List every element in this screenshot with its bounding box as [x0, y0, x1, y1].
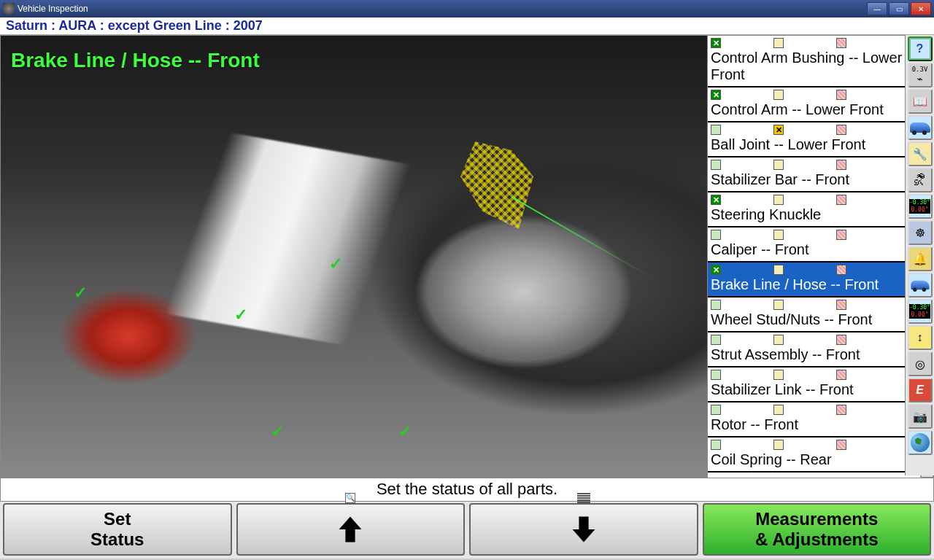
status-green-box[interactable] — [711, 335, 721, 345]
status-yellow-box[interactable] — [773, 195, 784, 205]
target-button[interactable]: ◎ — [908, 351, 933, 376]
status-red-box[interactable] — [836, 405, 846, 415]
part-row[interactable]: Brake Line / Hose -- Front — [708, 262, 920, 298]
status-green-box[interactable] — [711, 265, 721, 275]
status-box-row — [711, 89, 917, 101]
button-bar: Set Status 🔍 Measurements & Adjustments — [0, 502, 934, 559]
arrow-up-icon — [334, 513, 366, 545]
part-row[interactable]: Control Arm -- Lower Front — [708, 88, 920, 122]
status-red-box[interactable] — [836, 335, 846, 345]
set-status-label-2: Status — [90, 529, 144, 550]
part-row[interactable]: Control Arm Bushing -- Lower Front — [708, 36, 920, 88]
measurements-button[interactable]: Measurements & Adjustments — [703, 503, 932, 556]
voltage-indicator[interactable]: 0.3V⌁ — [908, 63, 933, 88]
status-yellow-box[interactable] — [773, 405, 784, 415]
status-green-box[interactable] — [711, 405, 721, 415]
status-box-row — [711, 299, 917, 311]
vehicle-select-button[interactable] — [908, 115, 933, 140]
status-yellow-box[interactable] — [773, 370, 784, 380]
next-button[interactable] — [469, 503, 698, 556]
status-red-box[interactable] — [836, 160, 846, 170]
part-row[interactable]: Wheel Stud/Nuts -- Front — [708, 298, 920, 332]
part-label: Coil Spring -- Rear — [711, 451, 917, 468]
window-title: Vehicle Inspection — [18, 4, 867, 14]
close-button[interactable]: ✕ — [911, 2, 931, 15]
status-yellow-box[interactable] — [773, 300, 784, 310]
part-label: Caliper -- Front — [711, 241, 917, 258]
status-box-row: 📹 — [711, 124, 917, 136]
status-green-box[interactable] — [711, 230, 721, 240]
status-green-box[interactable] — [711, 370, 721, 380]
seatbelt-button[interactable]: ⛐ — [908, 168, 933, 192]
part-label: Ball Joint -- Lower Front — [711, 136, 917, 153]
status-red-box[interactable] — [836, 370, 846, 380]
check-mark-icon: ✓ — [74, 284, 87, 303]
status-yellow-box[interactable] — [773, 160, 784, 170]
part-label: Rotor -- Front — [711, 416, 917, 433]
camera-button[interactable]: 📷 — [908, 404, 933, 429]
part-row[interactable]: Coil Spring -- Rear — [708, 438, 920, 472]
status-red-box[interactable] — [836, 90, 846, 100]
minimize-button[interactable]: — — [867, 2, 887, 15]
check-mark-icon: ✓ — [329, 254, 342, 273]
part-row[interactable]: 📹Ball Joint -- Lower Front — [708, 122, 920, 158]
check-mark-icon: ✓ — [398, 422, 412, 441]
work-area: Brake Line / Hose -- Front ✓ ✓ ✓ ✓ ✓ Con… — [0, 35, 934, 478]
photo-pane[interactable]: Brake Line / Hose -- Front ✓ ✓ ✓ ✓ ✓ — [1, 36, 707, 478]
part-label: Stabilizer Bar -- Front — [711, 171, 917, 188]
status-red-box[interactable] — [836, 230, 846, 240]
window-titlebar: Vehicle Inspection — ▭ ✕ — [0, 0, 934, 18]
status-green-box[interactable] — [711, 195, 721, 205]
status-yellow-box[interactable] — [773, 38, 784, 48]
prev-button[interactable]: 🔍 — [236, 503, 466, 556]
status-red-box[interactable] — [836, 265, 846, 275]
part-row[interactable]: Stabilizer Bar -- Front — [708, 158, 920, 192]
sensor-button[interactable]: 🔔 — [908, 246, 933, 271]
status-green-box[interactable] — [711, 300, 721, 310]
maximize-button[interactable]: ▭ — [889, 2, 909, 15]
tools-button[interactable]: 🔧 — [908, 141, 933, 166]
status-box-row — [711, 439, 917, 451]
part-label: Brake Line / Hose -- Front — [711, 276, 917, 293]
part-label: Steering Knuckle — [711, 206, 917, 223]
steering-button[interactable]: ☸ — [908, 220, 933, 245]
status-yellow-box[interactable] — [773, 335, 784, 345]
status-green-box[interactable] — [711, 38, 721, 48]
manual-button[interactable]: 📖 — [908, 89, 933, 114]
measurement-2-button[interactable]: -0.30°0.00° — [908, 299, 933, 324]
part-row[interactable]: Steering Knuckle — [708, 192, 920, 228]
status-yellow-box[interactable] — [773, 90, 784, 100]
help-button[interactable]: ? — [908, 36, 933, 61]
status-green-box[interactable] — [711, 125, 721, 135]
status-yellow-box[interactable] — [773, 440, 784, 450]
status-red-box[interactable] — [836, 440, 846, 450]
status-red-box[interactable] — [836, 300, 846, 310]
right-toolbar: ? 0.3V⌁ 📖 🔧 ⛐ -0.30°0.00° ☸ 🔔 -0.30°0.00… — [905, 35, 934, 475]
yellow-tool-button[interactable]: ↕ — [908, 325, 933, 350]
part-row[interactable]: Stabilizer Link -- Front — [708, 368, 920, 402]
status-green-box[interactable] — [711, 90, 721, 100]
status-red-box[interactable] — [836, 125, 846, 135]
status-yellow-box[interactable] — [773, 125, 784, 135]
status-box-row — [711, 159, 917, 171]
part-row[interactable]: Caliper -- Front — [708, 228, 920, 262]
part-label: Wheel Stud/Nuts -- Front — [711, 311, 917, 328]
status-green-box[interactable] — [711, 440, 721, 450]
part-label: Strut Assembly -- Front — [711, 346, 917, 363]
status-box-row — [711, 264, 917, 276]
measurement-1-button[interactable]: -0.30°0.00° — [908, 194, 933, 219]
status-yellow-box[interactable] — [773, 265, 784, 275]
express-button[interactable]: E — [908, 378, 933, 402]
web-button[interactable] — [908, 430, 933, 455]
status-yellow-box[interactable] — [773, 230, 784, 240]
lift-button[interactable] — [908, 273, 933, 298]
part-row[interactable]: Strut Assembly -- Front — [708, 332, 920, 368]
magnify-icon: 🔍 — [345, 493, 355, 503]
status-green-box[interactable] — [711, 160, 721, 170]
app-icon — [3, 3, 15, 15]
hint-text: Set the status of all parts. — [377, 480, 557, 498]
status-red-box[interactable] — [836, 195, 846, 205]
status-red-box[interactable] — [836, 38, 846, 48]
set-status-button[interactable]: Set Status — [3, 503, 232, 556]
part-row[interactable]: Rotor -- Front — [708, 402, 920, 438]
